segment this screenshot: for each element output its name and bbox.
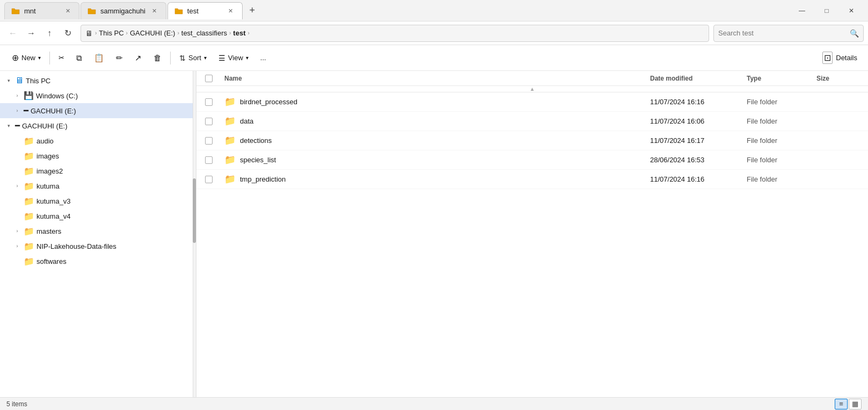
sidebar-scrollbar-thumb[interactable]	[193, 178, 196, 243]
file-type-5: File folder	[747, 175, 816, 183]
delete-button[interactable]: 🗑	[148, 49, 167, 67]
row-checkbox-2[interactable]	[205, 118, 220, 125]
table-row[interactable]: 📁 data 11/07/2024 16:06 File folder	[196, 112, 868, 131]
action-bar: ⊕ New ▾ ✂ ⧉ 📋 ✏ ↗ 🗑 ⇅ Sort ▾ ☰ View ▾ ..…	[0, 45, 868, 71]
tab-sammigachuhi[interactable]: sammigachuhi ✕	[81, 2, 166, 19]
sidebar-item-kutuma[interactable]: › 📁 kutuma	[0, 178, 193, 193]
view-details-icon: ▦	[852, 400, 858, 408]
tab-mnt[interactable]: mnt ✕	[4, 2, 79, 19]
sidebar-item-softwares[interactable]: › 📁 softwares	[0, 254, 193, 269]
sidebar-images-label: images	[37, 152, 59, 160]
paste-icon: 📋	[94, 53, 104, 63]
view-list-button[interactable]: ≡	[835, 399, 848, 409]
cut-button[interactable]: ✂	[53, 49, 70, 67]
view-button[interactable]: ☰ View ▾	[213, 49, 254, 67]
breadcrumb-drive: GACHUHI (E:)	[130, 29, 176, 37]
sidebar-item-windows-c[interactable]: › 💾 Windows (C:)	[0, 88, 193, 103]
col-header-size[interactable]: Size	[816, 75, 859, 82]
select-all-checkbox[interactable]	[205, 75, 213, 82]
content-area: Name Date modified Type Size ▲ 📁 birdnet…	[196, 71, 868, 397]
file-list: 📁 birdnet_processed 11/07/2024 16:16 Fil…	[196, 92, 868, 397]
sort-button[interactable]: ⇅ Sort ▾	[174, 49, 212, 67]
rename-button[interactable]: ✏	[111, 49, 128, 67]
search-input[interactable]	[718, 29, 848, 37]
expand-icon-thispc: ▾	[4, 76, 13, 85]
tab-mnt-label: mnt	[24, 7, 36, 15]
forward-button[interactable]: →	[23, 25, 40, 42]
delete-icon: 🗑	[154, 53, 162, 62]
tab-mnt-close[interactable]: ✕	[63, 6, 72, 16]
status-bar: 5 items ≡ ▦	[0, 397, 868, 410]
minimize-button[interactable]: —	[790, 2, 814, 19]
gachuhi-drive-icon: ━	[15, 121, 20, 131]
tab-test-close[interactable]: ✕	[226, 6, 236, 16]
title-bar: mnt ✕ sammigachuhi ✕ test ✕ + — □ ✕	[0, 0, 868, 21]
view-arrow-icon: ▾	[246, 55, 249, 61]
sidebar-item-masters[interactable]: › 📁 masters	[0, 224, 193, 239]
view-label: View	[228, 54, 243, 62]
sep-2	[170, 52, 171, 64]
new-button[interactable]: ⊕ New ▾	[6, 49, 46, 67]
row-checkbox-5[interactable]	[205, 176, 220, 183]
crumb-sep-1: ›	[95, 30, 97, 36]
paste-button[interactable]: 📋	[89, 49, 110, 67]
view-list-icon: ≡	[839, 400, 843, 408]
table-row[interactable]: 📁 detections 11/07/2024 16:17 File folde…	[196, 131, 868, 150]
table-row[interactable]: 📁 species_list 28/06/2024 16:53 File fol…	[196, 150, 868, 170]
search-box[interactable]: 🔍	[713, 25, 864, 42]
col-header-type[interactable]: Type	[747, 75, 816, 82]
table-row[interactable]: 📁 birdnet_processed 11/07/2024 16:16 Fil…	[196, 92, 868, 112]
back-button[interactable]: ←	[4, 25, 21, 42]
tab-test[interactable]: test ✕	[167, 2, 243, 19]
file-date-2: 11/07/2024 16:06	[650, 117, 747, 125]
row-checkbox-3[interactable]	[205, 137, 220, 145]
breadcrumb-thispc: This PC	[99, 29, 123, 37]
sidebar-item-audio[interactable]: › 📁 audio	[0, 133, 193, 148]
view-details-button[interactable]: ▦	[849, 399, 862, 409]
sep-1	[49, 52, 50, 64]
sidebar-item-nip[interactable]: › 📁 NIP-Lakehouse-Data-files	[0, 239, 193, 254]
sidebar-item-gachuhi[interactable]: ▾ ━ GACHUHI (E:)	[0, 118, 193, 133]
file-name-1: 📁 birdnet_processed	[220, 96, 650, 107]
row-checkbox-4[interactable]	[205, 156, 220, 164]
folder-icon-4: 📁	[224, 154, 236, 166]
sidebar-kutumav4-label: kutuma_v4	[37, 212, 71, 220]
copy-button[interactable]: ⧉	[71, 49, 87, 67]
file-date-4: 28/06/2024 16:53	[650, 156, 747, 164]
sidebar-item-thispc[interactable]: ▾ 🖥 This PC	[0, 73, 193, 88]
details-button[interactable]: ⊡ Details	[818, 49, 862, 67]
share-button[interactable]: ↗	[129, 49, 147, 67]
table-row[interactable]: 📁 tmp_prediction 11/07/2024 16:16 File f…	[196, 170, 868, 189]
sidebar: ▾ 🖥 This PC › 💾 Windows (C:) › ━ GACHUHI…	[0, 71, 193, 397]
tab-sammigachuhi-close[interactable]: ✕	[150, 6, 159, 16]
sidebar-nip-label: NIP-Lakehouse-Data-files	[37, 242, 116, 250]
header-checkbox-col	[205, 75, 220, 82]
sidebar-item-gachuhi-thispc[interactable]: › ━ GACHUHI (E:)	[0, 103, 193, 118]
expand-masters: ›	[13, 227, 21, 235]
refresh-icon: ↻	[64, 28, 71, 38]
sidebar-images2-label: images2	[37, 167, 63, 175]
col-header-name[interactable]: Name	[220, 75, 650, 82]
up-button[interactable]: ↑	[41, 25, 58, 42]
sidebar-item-images2[interactable]: › 📁 images2	[0, 163, 193, 178]
sidebar-item-kutuma-v4[interactable]: › 📁 kutuma_v4	[0, 208, 193, 224]
details-label: Details	[836, 54, 857, 62]
new-tab-button[interactable]: +	[244, 2, 261, 19]
sort-arrow-icon: ▾	[204, 55, 207, 61]
pc-icon: 🖥	[15, 76, 24, 85]
sidebar-item-images[interactable]: › 📁 images	[0, 148, 193, 163]
sidebar-audio-label: audio	[37, 137, 54, 145]
maximize-button[interactable]: □	[814, 2, 839, 19]
expand-nip: ›	[13, 242, 21, 250]
file-name-2: 📁 data	[220, 116, 650, 127]
copy-icon: ⧉	[76, 53, 82, 63]
row-checkbox-1[interactable]	[205, 98, 220, 106]
more-icon: ...	[260, 54, 266, 62]
window-controls: — □ ✕	[790, 2, 864, 19]
more-button[interactable]: ...	[255, 49, 272, 67]
col-header-date[interactable]: Date modified	[650, 75, 747, 82]
refresh-button[interactable]: ↻	[59, 25, 76, 42]
sidebar-item-kutuma-v3[interactable]: › 📁 kutuma_v3	[0, 193, 193, 208]
close-button[interactable]: ✕	[839, 2, 864, 19]
address-bar[interactable]: 🖥 › This PC › GACHUHI (E:) › test_classi…	[81, 25, 709, 42]
